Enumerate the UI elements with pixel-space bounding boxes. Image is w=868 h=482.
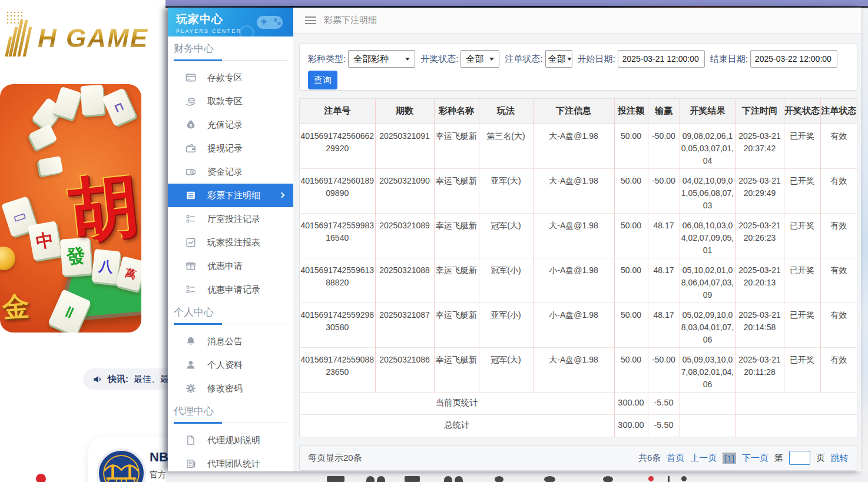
end-date-input[interactable]: 2025-03-22 12:00:00 [750,50,837,68]
deposit-icon [185,72,196,83]
section-title: 个人中心 [174,306,293,319]
table-cell: 已开奖 [784,213,820,258]
table-cell: 2025-03-21 20:14:58 [736,303,784,347]
column-header: 输赢 [648,99,680,124]
page-jump-input[interactable] [789,451,810,465]
menu-icon[interactable] [305,16,316,24]
jump-link[interactable]: 跳转 [831,453,849,464]
column-header: 期数 [375,99,434,124]
logo-text: H GAME [38,24,148,53]
sidebar-item-label: 资金记录 [207,167,243,178]
sidebar-item[interactable]: 彩票下注明细 [168,184,293,207]
sidebar-item[interactable]: 修改密码 [168,377,293,400]
profile-icon [185,360,196,370]
table-cell: 已开奖 [784,124,820,168]
promo-banner[interactable]: ⊓ ▭ 中 發 八 萬 ‖ 胡 金 [0,84,141,333]
table-cell: 大-A盘@1.98 [533,213,614,258]
sidebar-item[interactable]: 个人资料 [168,353,293,377]
sidebar-item[interactable]: 代理团队统计 [168,452,293,471]
table-cell: 06,08,10,03,04,02,07,09,05,01 [680,213,736,258]
sidebar-item[interactable]: 消息公告 [168,330,293,353]
summary-win-loss: -5.50 [648,392,680,414]
summary-label: 当前页统计 [300,392,614,414]
table-cell: 第三名(大) [479,124,533,168]
sidebar-item[interactable]: 优惠申请 [168,254,293,278]
lottery-type-label: 彩种类型: [308,54,346,65]
table-cell: 2025-03-21 20:26:23 [736,213,784,258]
sidebar-item[interactable]: 存款专区 [168,66,293,89]
main-content: 彩种类型: 全部彩种 开奖状态: 全部 注单状态: 全部 开始日期: 2025-… [293,34,861,471]
sidebar-item[interactable]: 玩家投注报表 [168,231,293,254]
table-cell: 有效 [820,303,857,347]
sidebar-item-label: 充值记录 [207,119,243,131]
table-cell: 有效 [820,213,857,258]
table-cell: 冠军(大) [479,213,533,258]
bets-table: 注单号期数彩种名称玩法下注信息投注额输赢开奖结果下注时间开奖状态注单状态 401… [300,99,857,437]
sidebar-item[interactable]: 提现记录 [168,137,293,160]
sidebar-item-label: 存款专区 [207,72,243,84]
next-page-link[interactable]: 下一页 [742,453,768,464]
sidebar-item[interactable]: $充值记录 [168,113,293,137]
table-cell: 冠军(小) [479,258,533,303]
section-title: 代理中心 [174,405,293,418]
start-date-input[interactable]: 2025-03-21 12:00:00 [618,50,705,68]
table-cell: 05,02,09,10,08,03,04,01,07,06 [680,303,736,347]
table-cell: 48.17 [648,258,680,303]
table-cell: 已开奖 [784,258,820,303]
table-cell: 401569174255961388820 [300,258,375,303]
column-header: 开奖结果 [680,99,736,124]
sidebar-item-label: 代理规则说明 [207,435,260,446]
sidebar-item[interactable]: 优惠申请记录 [168,278,293,301]
table-cell: 小-A盘@1.98 [533,303,614,347]
promo-gold-character: 金 [1,288,31,326]
column-header: 注单状态 [820,99,857,124]
column-header: 开奖状态 [784,99,820,124]
order-status-select[interactable]: 全部 [545,50,572,68]
lottery-type-select[interactable]: 全部彩种 [348,50,415,68]
current-page-indicator: [1] [723,453,736,464]
table-cell: 50.00 [614,258,648,303]
main-panel: 彩票下注明细 彩种类型: 全部彩种 开奖状态: 全部 注单状态: 全部 开始日期… [293,8,861,471]
withdraw-icon [185,96,196,107]
table-cell: 已开奖 [784,303,820,347]
column-header: 彩种名称 [434,99,479,124]
table-cell: 20250321090 [375,168,434,213]
table-cell: 亚军(小) [479,303,533,347]
table-cell: 有效 [820,168,857,213]
sidebar-item[interactable]: 代理规则说明 [168,428,293,452]
table-cell: -50.00 [648,168,680,213]
table-row: 40156917425601890989020250321090幸运飞艇新亚军(… [300,168,857,213]
funds-icon: $ [185,167,196,177]
pagination-bar: 每页显示20条 共6条 首页 上一页 [1] 下一页 第 页 跳转 [299,445,857,471]
prev-page-link[interactable]: 上一页 [690,453,717,464]
table-cell: 有效 [820,258,857,303]
sidebar-item[interactable]: 厅室投注记录 [168,207,293,231]
table-cell: 大-A盘@1.98 [533,124,614,168]
warriors-logo-icon [97,448,146,482]
lottery-detail-icon [185,190,196,201]
start-date-label: 开始日期: [578,54,615,65]
sidebar-header: 玩家中心 PLAYERS CENTER [168,8,293,36]
table-cell: 大-A盘@1.98 [533,168,614,213]
table-cell: 有效 [820,124,857,168]
sidebar-item[interactable]: $资金记录 [168,160,293,184]
hall-record-icon [185,214,196,224]
sidebar-item[interactable]: 取款专区 [168,89,293,113]
table-cell: 2025-03-21 20:20:13 [736,258,784,303]
svg-text:$: $ [192,169,194,175]
site-logo[interactable]: H GAME [7,11,166,64]
summary-label: 总统计 [300,414,614,437]
gold-coin-icon [0,247,15,270]
column-header: 投注额 [614,99,648,124]
section-divider [174,59,287,61]
table-cell: 冠军(大) [479,347,533,392]
draw-status-select[interactable]: 全部 [460,50,499,68]
table-cell: 幸运飞艇新 [434,168,479,213]
query-button[interactable]: 查询 [308,71,337,89]
table-cell: 48.17 [648,303,680,347]
bets-table-container: 注单号期数彩种名称玩法下注信息投注额输赢开奖结果下注时间开奖状态注单状态 401… [299,98,857,437]
first-page-link[interactable]: 首页 [667,453,684,464]
table-cell: 20250321091 [375,124,434,168]
table-cell: 幸运飞艇新 [434,303,479,347]
table-cell: 401569174255929830580 [300,303,375,347]
